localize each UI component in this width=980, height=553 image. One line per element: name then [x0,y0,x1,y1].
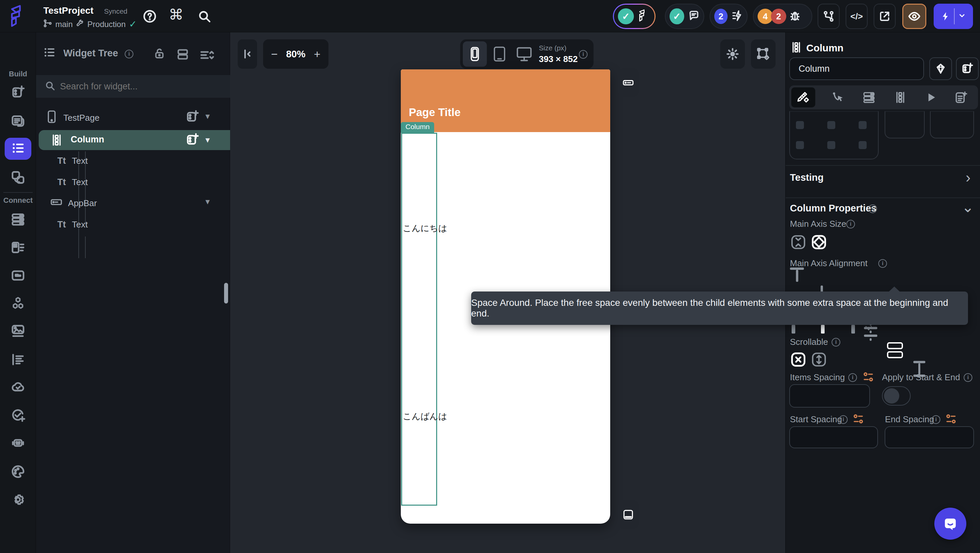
items-spacing-variable-icon[interactable] [862,371,874,384]
search-button[interactable] [197,10,212,25]
device-desktop-button[interactable] [515,46,533,64]
collapse-panel-button[interactable] [238,39,257,69]
widget-search-input[interactable] [59,78,220,95]
zoom-out-button[interactable]: − [271,48,278,61]
toggle-navbar-button[interactable] [618,500,638,529]
main-axis-shrink-button[interactable] [790,233,807,252]
text-widget-2[interactable]: こんばんは [403,411,447,422]
tree-item-text-2[interactable]: Tt Text [57,173,88,191]
nav-media-icon[interactable] [11,324,25,340]
tab-widget-structure[interactable] [894,91,907,105]
run-button[interactable] [934,4,973,29]
command-menu-button[interactable]: ⌘ [169,6,183,23]
padding-value-input[interactable] [930,111,974,139]
tree-item-text-3[interactable]: Tt Text [57,215,88,234]
scrollable-on-button[interactable] [811,351,827,370]
column-caret-icon[interactable]: ▾ [205,135,210,145]
nav-add-widget-icon[interactable] [11,85,25,101]
panels-layout-icon[interactable] [176,48,189,62]
lock-icon[interactable] [153,48,165,61]
widget-name-input[interactable] [789,57,924,80]
nav-data-types-icon[interactable] [11,240,25,256]
cross-axis-icon-stub[interactable] [851,325,855,333]
device-phone-button-selected[interactable] [463,41,487,67]
testpage-add-widget-icon[interactable] [185,110,199,125]
nav-components-icon[interactable] [11,170,25,186]
nav-pages-icon[interactable] [11,114,25,130]
end-spacing-variable-icon[interactable] [945,413,957,427]
nav-widget-tree-item-selected[interactable] [5,138,31,160]
start-spacing-input[interactable] [789,426,878,448]
flutterflow-logo[interactable] [9,4,28,30]
padding-control[interactable] [789,111,879,159]
end-spacing-input[interactable] [885,426,974,448]
nav-database-icon[interactable] [11,212,25,228]
padding-handle[interactable] [859,141,867,149]
run-options-chevron-icon[interactable] [958,12,966,21]
cross-axis-icon-stub[interactable] [865,326,873,331]
zoom-in-button[interactable]: + [314,48,320,61]
nav-ai-agents-icon[interactable] [11,436,25,452]
testpage-caret-icon[interactable]: ▾ [205,111,210,121]
canvas-settings-button[interactable] [751,39,776,69]
tree-sort-icon[interactable] [199,48,214,64]
text-widget-1[interactable]: こんにちは [403,223,447,234]
tab-documentation[interactable] [955,91,968,105]
apply-start-end-toggle[interactable] [882,386,911,406]
nav-tests-icon[interactable] [11,408,25,424]
testing-chevron-right-icon[interactable]: › [966,169,970,186]
cross-axis-icon-stub[interactable] [792,325,795,333]
align-start-button[interactable] [789,267,806,285]
column-properties-chevron-icon[interactable]: ⌄ [962,198,974,215]
widget-search-bar[interactable] [36,75,230,98]
device-tablet-button[interactable] [492,45,507,65]
items-spacing-input[interactable] [789,384,870,408]
tree-item-testpage[interactable]: TestPage [46,108,99,127]
preview-eye-button[interactable] [902,4,926,29]
nav-settings-icon[interactable] [11,492,25,508]
main-axis-expand-button-selected[interactable] [811,233,827,252]
testing-section-header[interactable]: Testing [790,172,824,183]
branching-button[interactable] [818,4,840,29]
convert-to-component-button[interactable] [956,57,978,80]
tab-backend[interactable] [862,91,876,105]
space-around-button-selected[interactable] [886,341,904,360]
optimizations-button[interactable]: 2 [710,4,748,29]
tree-item-text-1[interactable]: Tt Text [57,151,88,170]
nav-media-assets-icon[interactable] [11,268,25,284]
padding-handle[interactable] [796,121,804,129]
padding-value-input[interactable] [885,111,925,139]
column-properties-header[interactable]: Column Properties [790,203,876,214]
padding-handle[interactable] [859,121,867,129]
appbar-caret-icon[interactable]: ▾ [205,196,210,207]
issues-button[interactable]: 4 2 [753,4,812,29]
environment-name[interactable]: Production [88,20,126,29]
scrollable-off-button-selected[interactable] [790,351,807,370]
open-app-button[interactable] [873,4,896,29]
column-widget-selection[interactable]: こんにちは こんばんは [401,133,437,506]
comments-button[interactable]: ✓ [665,4,704,29]
padding-handle[interactable] [827,141,835,149]
nav-theme-icon[interactable] [11,464,25,480]
tree-item-appbar[interactable]: AppBar [50,194,97,212]
tree-panel-scrollbar[interactable] [224,283,228,303]
code-view-button[interactable]: </> [846,4,868,29]
tree-item-column-selected[interactable]: Column ▾ [39,130,230,150]
padding-handle[interactable] [796,141,804,149]
toggle-appbar-button[interactable] [618,69,638,97]
page-title-text[interactable]: Page Title [409,106,460,119]
theme-mode-button[interactable] [720,39,745,69]
column-add-widget-icon[interactable] [185,133,199,148]
nav-cloud-functions-icon[interactable] [11,379,25,395]
start-spacing-variable-icon[interactable] [852,413,864,427]
widget-theme-button[interactable] [929,57,952,80]
support-chat-button[interactable] [934,508,966,540]
padding-handle[interactable] [827,121,835,129]
tab-properties-selected[interactable] [791,88,815,107]
cross-axis-icon-stub-selected[interactable] [821,325,825,333]
nav-integrations-icon[interactable] [11,296,25,312]
sync-status-button[interactable]: ✓ [613,4,655,29]
branch-name[interactable]: main [55,20,73,29]
nav-custom-code-icon[interactable] [11,352,25,368]
tab-actions[interactable] [925,91,937,105]
